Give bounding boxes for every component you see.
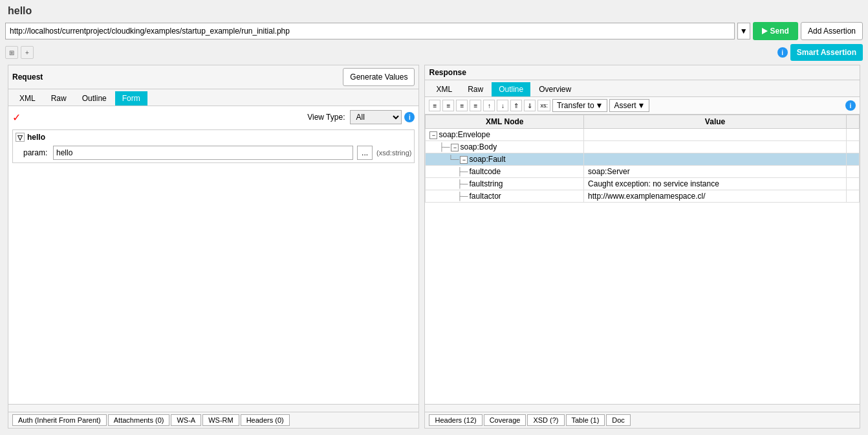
expand-icon[interactable]: − — [451, 144, 459, 151]
node-value — [584, 129, 847, 141]
col-value: Value — [584, 115, 847, 129]
node-value: Caught exception: no service instance — [584, 178, 847, 190]
node-extra — [847, 153, 860, 166]
send-arrow-icon — [762, 28, 768, 34]
col-node: XML Node — [426, 115, 584, 129]
bottom-tab-coverage[interactable]: Coverage — [484, 414, 526, 426]
plus-icon[interactable]: + — [21, 46, 34, 59]
page-title: hello — [0, 0, 868, 19]
send-button[interactable]: Send — [753, 22, 798, 40]
url-input[interactable] — [5, 23, 735, 39]
view-type-row: ✓ View Type: All Required Optional i — [12, 110, 415, 124]
node-name: faultcode — [469, 167, 501, 176]
node-name: faultstring — [469, 179, 503, 188]
node-value: soap:Server — [584, 166, 847, 178]
node-name: faultactor — [469, 192, 501, 201]
bottom-tab-resp-headers[interactable]: Headers (12) — [429, 414, 482, 426]
bottom-tab-headers[interactable]: Headers (0) — [241, 414, 290, 426]
node-value — [584, 153, 847, 166]
assert-button[interactable]: Assert ▼ — [609, 99, 649, 112]
smart-assertion-button[interactable]: Smart Assertion — [790, 44, 863, 61]
node-name: soap:Envelope — [439, 130, 490, 139]
tree-row[interactable]: −soap:Envelope — [426, 129, 860, 141]
bottom-tab-attachments[interactable]: Attachments (0) — [108, 414, 170, 426]
expand-icon[interactable]: − — [460, 156, 468, 164]
move-up-icon[interactable]: ↑ — [483, 100, 495, 111]
add-assertion-button[interactable]: Add Assertion — [801, 22, 863, 40]
param-input[interactable] — [53, 146, 353, 160]
move-down-icon[interactable]: ↓ — [497, 100, 508, 111]
tab-response-outline[interactable]: Outline — [492, 82, 530, 96]
tab-response-raw[interactable]: Raw — [461, 82, 490, 96]
transfer-to-button[interactable]: Transfer to ▼ — [552, 99, 607, 112]
tab-request-xml[interactable]: XML — [12, 91, 43, 106]
tab-response-overview[interactable]: Overview — [532, 82, 578, 96]
node-extra — [847, 166, 860, 178]
request-horiz-scroll[interactable] — [8, 404, 418, 412]
request-tabs: XML Raw Outline Form — [8, 89, 418, 106]
node-value: http://www.examplenamespace.cl/ — [584, 190, 847, 203]
xs-icon[interactable]: xs: — [537, 100, 550, 111]
xml-tree-table: XML Node Value −soap:Envelope├─−soap:Bod… — [425, 115, 860, 203]
request-panel-title: Request — [12, 72, 43, 82]
request-panel: Request Generate Values XML Raw Outline … — [8, 65, 419, 429]
align-right-icon[interactable]: ≡ — [456, 100, 468, 111]
node-extra — [847, 141, 860, 153]
bottom-tab-xsd[interactable]: XSD (?) — [527, 414, 564, 426]
bottom-tab-doc[interactable]: Doc — [606, 414, 631, 426]
hello-header: ▽ hello — [16, 133, 411, 142]
xml-tree: XML Node Value −soap:Envelope├─−soap:Bod… — [425, 115, 860, 404]
tree-row[interactable]: ├─−soap:Body — [426, 141, 860, 153]
generate-values-button[interactable]: Generate Values — [343, 68, 415, 86]
response-toolbar: ≡ ≡ ≡ ≡ ↑ ↓ ⇑ ⇓ xs: Transfer to ▼ Assert… — [425, 97, 860, 115]
url-dropdown-button[interactable]: ▼ — [737, 23, 750, 39]
response-bottom-tabs: Headers (12) Coverage XSD (?) Table (1) … — [425, 412, 860, 428]
response-tabs: XML Raw Outline Overview — [425, 80, 860, 97]
request-form-content: ✓ View Type: All Required Optional i ▽ h… — [8, 106, 418, 404]
request-bottom-tabs: Auth (Inherit From Parent) Attachments (… — [8, 412, 418, 428]
param-type: (xsd:string) — [376, 149, 411, 157]
node-extra — [847, 190, 860, 203]
param-dots-button[interactable]: ... — [357, 146, 373, 160]
collapse-icon[interactable]: ▽ — [16, 133, 25, 142]
bottom-tab-wsa[interactable]: WS-A — [171, 414, 201, 426]
node-extra — [847, 178, 860, 190]
main-area: Request Generate Values XML Raw Outline … — [0, 62, 868, 431]
tab-request-raw[interactable]: Raw — [44, 91, 74, 106]
bottom-tab-wsrm[interactable]: WS-RM — [202, 414, 239, 426]
view-type-select[interactable]: All Required Optional — [350, 110, 402, 124]
param-row: param: ... (xsd:string) — [23, 146, 411, 160]
table-icon[interactable]: ⊞ — [5, 46, 18, 59]
response-horiz-scroll[interactable] — [425, 404, 860, 412]
response-panel-title: Response — [429, 68, 466, 77]
align-justify-icon[interactable]: ≡ — [470, 100, 481, 111]
tab-request-outline[interactable]: Outline — [75, 91, 114, 106]
tree-row[interactable]: └─−soap:Fault — [426, 153, 860, 166]
top-right-bar: ⊞ + i Smart Assertion — [0, 43, 868, 62]
move-up2-icon[interactable]: ⇑ — [510, 100, 522, 111]
tab-request-form[interactable]: Form — [115, 91, 147, 106]
tree-row[interactable]: ├─faultactorhttp://www.examplenamespace.… — [426, 190, 860, 203]
tree-row[interactable]: ├─faultcodesoap:Server — [426, 166, 860, 178]
tree-row[interactable]: ├─faultstringCaught exception: no servic… — [426, 178, 860, 190]
bottom-tab-auth[interactable]: Auth (Inherit From Parent) — [12, 414, 107, 426]
align-left-icon[interactable]: ≡ — [429, 100, 440, 111]
node-extra — [847, 129, 860, 141]
tab-response-xml[interactable]: XML — [429, 82, 459, 96]
move-down2-icon[interactable]: ⇓ — [524, 100, 536, 111]
expand-icon[interactable]: − — [429, 131, 437, 139]
response-panel: Response XML Raw Outline Overview ≡ ≡ ≡ … — [424, 65, 860, 429]
info-icon[interactable]: i — [777, 47, 788, 58]
response-info-icon[interactable]: i — [845, 100, 856, 111]
view-type-label: View Type: — [307, 113, 345, 122]
hello-label: hello — [27, 133, 45, 142]
node-name: soap:Body — [460, 142, 497, 151]
param-label: param: — [23, 148, 49, 157]
url-bar: ▼ Send Add Assertion — [0, 19, 868, 43]
request-panel-header: Request Generate Values — [8, 65, 418, 89]
col-extra — [847, 115, 860, 129]
view-type-info-icon[interactable]: i — [404, 112, 415, 122]
align-center-icon[interactable]: ≡ — [442, 100, 454, 111]
hello-section: ▽ hello param: ... (xsd:string) — [12, 129, 415, 163]
bottom-tab-table[interactable]: Table (1) — [566, 414, 605, 426]
